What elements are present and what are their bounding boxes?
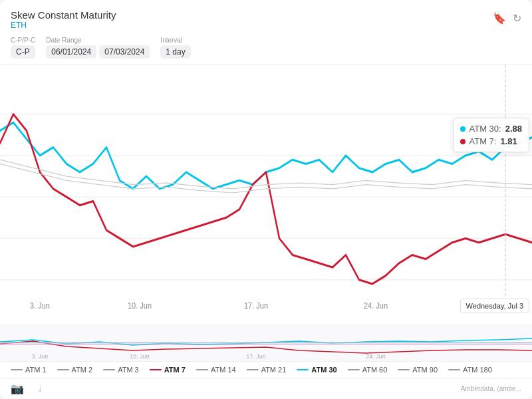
tooltip-atm7-row: ATM 7: 1.81 <box>460 135 522 148</box>
svg-text:10. Jun: 10. Jun <box>130 353 150 360</box>
title-block: Skew Constant Maturity ETH <box>11 9 116 30</box>
legend-line-atm2 <box>57 369 69 370</box>
tooltip-atm30-row: ATM 30: 2.88 <box>460 122 522 135</box>
chart-tooltip: ATM 30: 2.88 ATM 7: 1.81 <box>453 118 529 152</box>
bottom-bar: 📷 ↓ Amberdata, (ambe... <box>0 378 532 399</box>
chart-subtitle: ETH <box>11 21 116 30</box>
legend-label-atm90: ATM 90 <box>412 366 438 374</box>
main-chart: 3. Jun 10. Jun 17. Jun 24. Jun <box>0 65 532 321</box>
controls-bar: C-P/P-C C-P Date Range 06/01/2024 07/03/… <box>0 34 532 64</box>
legend-label-atm7: ATM 7 <box>164 366 186 374</box>
legend-label-atm1: ATM 1 <box>25 366 47 374</box>
legend-line-atm1 <box>11 369 23 370</box>
chart-title: Skew Constant Maturity <box>11 9 116 21</box>
attribution: Amberdata, (ambe... <box>461 385 521 392</box>
svg-text:17. Jun: 17. Jun <box>246 353 266 360</box>
legend-label-atm2: ATM 2 <box>72 366 93 374</box>
cp-label: C-P/P-C <box>11 37 35 44</box>
legend-item-atm2[interactable]: ATM 2 <box>57 366 93 374</box>
svg-text:3. Jun: 3. Jun <box>32 353 49 360</box>
legend-item-atm90[interactable]: ATM 90 <box>398 366 438 374</box>
legend-line-atm180 <box>448 369 460 370</box>
legend-item-atm7[interactable]: ATM 7 <box>150 366 186 374</box>
legend-item-atm60[interactable]: ATM 60 <box>348 366 388 374</box>
date-end-input[interactable]: 07/03/2024 <box>99 45 150 59</box>
legend-label-atm14: ATM 14 <box>211 366 236 374</box>
legend-item-atm30[interactable]: ATM 30 <box>297 366 336 374</box>
mini-chart: 3. Jun 10. Jun 17. Jun 24. Jun <box>0 325 532 361</box>
svg-text:24. Jun: 24. Jun <box>366 353 386 360</box>
legend-item-atm21[interactable]: ATM 21 <box>247 366 287 374</box>
cp-control: C-P/P-C C-P <box>11 37 35 59</box>
legend-line-atm3 <box>103 369 115 370</box>
tooltip-atm30-label: ATM 30: <box>469 124 501 134</box>
legend-line-atm7 <box>150 369 162 370</box>
header: Skew Constant Maturity ETH 🔖 ↻ <box>0 0 532 34</box>
svg-text:3. Jun: 3. Jun <box>30 301 50 311</box>
legend-line-atm21 <box>247 369 259 370</box>
legend-item-atm1[interactable]: ATM 1 <box>11 366 47 374</box>
legend: ATM 1ATM 2ATM 3ATM 7ATM 14ATM 21ATM 30AT… <box>0 361 532 378</box>
tooltip-atm7-value: 1.81 <box>500 136 517 146</box>
refresh-icon[interactable]: ↻ <box>513 12 521 25</box>
date-range-inputs: 06/01/2024 07/03/2024 <box>46 45 150 59</box>
main-chart-svg: 3. Jun 10. Jun 17. Jun 24. Jun <box>0 65 532 321</box>
legend-label-atm21: ATM 21 <box>261 366 287 374</box>
date-range-label: Date Range <box>46 37 150 44</box>
legend-item-atm14[interactable]: ATM 14 <box>196 366 236 374</box>
header-icons: 🔖 ↻ <box>493 12 521 25</box>
download-icon[interactable]: ↓ <box>37 382 43 395</box>
legend-label-atm180: ATM 180 <box>463 366 492 374</box>
legend-line-atm14 <box>196 369 208 370</box>
mini-chart-svg: 3. Jun 10. Jun 17. Jun 24. Jun <box>0 325 532 361</box>
svg-rect-0 <box>0 65 532 321</box>
tooltip-atm30-value: 2.88 <box>505 124 522 134</box>
tooltip-atm7-dot <box>460 139 466 144</box>
tooltip-atm7-label: ATM 7: <box>469 136 497 146</box>
legend-label-atm30: ATM 30 <box>311 366 336 374</box>
legend-line-atm90 <box>398 369 410 370</box>
legend-label-atm60: ATM 60 <box>362 366 388 374</box>
svg-text:17. Jun: 17. Jun <box>244 301 268 311</box>
svg-text:10. Jun: 10. Jun <box>128 301 152 311</box>
legend-item-atm180[interactable]: ATM 180 <box>448 366 492 374</box>
date-range-control: Date Range 06/01/2024 07/03/2024 <box>46 37 150 59</box>
bottom-icons: 📷 ↓ <box>11 382 43 395</box>
bookmark-icon[interactable]: 🔖 <box>493 12 506 25</box>
svg-text:24. Jun: 24. Jun <box>364 301 388 311</box>
interval-label: Interval <box>160 37 190 44</box>
date-tooltip: Wednesday, Jul 3 <box>460 299 529 313</box>
tooltip-atm30-dot <box>460 126 466 132</box>
chart-area: amberdata 3. Jun <box>0 64 532 361</box>
legend-label-atm3: ATM 3 <box>118 366 139 374</box>
legend-item-atm3[interactable]: ATM 3 <box>103 366 139 374</box>
legend-line-atm30 <box>297 369 309 370</box>
legend-line-atm60 <box>348 369 360 370</box>
interval-value[interactable]: 1 day <box>160 45 190 59</box>
main-container: Skew Constant Maturity ETH 🔖 ↻ C-P/P-C C… <box>0 0 532 399</box>
cp-value[interactable]: C-P <box>11 45 35 59</box>
camera-icon[interactable]: 📷 <box>11 382 24 395</box>
date-start-input[interactable]: 06/01/2024 <box>46 45 96 59</box>
interval-control: Interval 1 day <box>160 37 190 59</box>
